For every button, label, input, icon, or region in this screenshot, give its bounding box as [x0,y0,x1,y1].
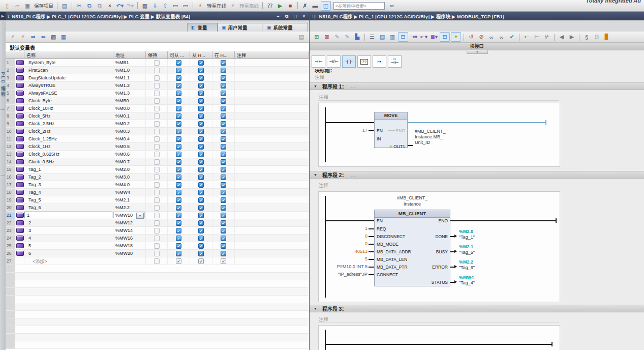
pin-in[interactable]: IN [377,136,381,141]
tag-address-cell[interactable]: %MW20 [113,250,146,257]
visible-checkbox[interactable]: ✔ [221,243,226,249]
pin-req[interactable]: REQ [377,226,386,231]
accessible-checkbox[interactable]: ✔ [176,60,181,66]
accessible-checkbox[interactable]: ✔ [176,258,181,264]
favorite-coil[interactable]: -( )- [342,55,356,68]
comment-cell[interactable] [235,189,309,196]
column-header[interactable]: 地址 [113,51,146,59]
input-operand-mb_data_len[interactable]: 5 [319,256,367,262]
comment-cell[interactable] [235,128,309,135]
tag-name-cell[interactable]: AlwaysFALSE [24,90,113,97]
tag-address-cell[interactable]: %M0.0 [113,105,146,112]
row-number-cell[interactable]: 9 [6,120,15,128]
writable-checkbox[interactable]: ✔ [198,197,204,203]
instance-db-label[interactable]: #MB_CLIENT_ Instance [374,195,450,207]
start-cpu-icon[interactable]: ▭ [171,2,180,10]
visible-checkbox[interactable]: ✔ [221,205,226,211]
tag-name-cell[interactable]: 5 [24,242,113,250]
insert-block-call-icon[interactable]: ▙ [353,33,362,41]
tag-name-cell[interactable]: System_Byte [24,59,113,67]
comment-cell[interactable] [235,166,309,173]
tag-name-cell[interactable]: Clock_5Hz [24,112,113,120]
visible-checkbox[interactable]: ✔ [221,136,226,142]
save-project-icon[interactable]: ▣ [23,2,32,10]
insert-box-input-icon[interactable]: ⇥▾ [409,33,418,41]
table-row[interactable]: 15Tag_1%M2.0✔✔✔ [6,166,309,173]
tab-tags[interactable]: ◧变量 [187,23,218,32]
visible-checkbox[interactable]: ✔ [221,152,226,157]
block-comment[interactable]: 注释 [315,73,324,80]
retain-checkbox[interactable] [154,91,160,96]
comment-cell[interactable] [235,97,309,105]
accessible-checkbox[interactable]: ✔ [176,113,181,119]
favorite-empty-box[interactable]: ?? [357,55,371,68]
comment-cell[interactable] [235,59,309,67]
visible-checkbox[interactable]: ✔ [221,174,226,180]
comment-cell[interactable] [235,173,309,181]
visible-checkbox[interactable]: ✔ [221,236,226,241]
writable-checkbox[interactable]: ✔ [198,129,204,134]
tag-name-cell[interactable]: 6 [24,250,113,257]
accessible-checkbox[interactable]: ✔ [176,106,181,111]
comment-cell[interactable] [235,143,309,151]
visible-checkbox[interactable]: ✔ [221,98,226,104]
table-row[interactable]: 16Tag_2%M3.0✔✔✔ [6,173,309,181]
row-number-cell[interactable]: 10 [6,128,15,135]
row-number-cell[interactable]: 4 [6,82,15,90]
go-offline-label[interactable]: 转至离线 [239,2,259,9]
expand-project-tree-arrow[interactable]: ▶ [0,12,6,20]
retain-checkbox[interactable] [154,220,160,226]
table-row[interactable]: 14Clock_0.5Hz%M0.7✔✔✔ [6,158,309,166]
comment-cell[interactable] [235,250,309,257]
visible-checkbox[interactable]: ✔ [221,167,226,172]
input-operand-req[interactable]: 1 [319,226,367,231]
stop-cpu-icon[interactable]: ▭ [181,2,190,10]
retain-checkbox[interactable] [154,182,160,188]
row-number-cell[interactable]: 23 [6,227,15,235]
retain-checkbox[interactable] [154,159,160,165]
table-row[interactable]: 266%MW20✔✔✔ [6,250,309,257]
tag-name-edit-input[interactable]: 1 [24,212,112,218]
table-row[interactable]: 3DiagStatusUpdate%M1.1✔✔✔ [6,74,309,82]
comment-cell[interactable] [235,242,309,250]
row-number-cell[interactable]: 24 [6,235,15,242]
network-3-header[interactable]: ▼ 程序段 3： ... [310,305,644,312]
statement-view-icon[interactable]: ⊟ [440,32,450,42]
address-dropdown-button[interactable]: ▼ [136,213,144,219]
tag-address-cell[interactable]: %M0.2 [113,120,146,128]
table-row[interactable]: 20Tag_6%M2.2✔✔✔ [6,204,309,212]
retain-checkbox[interactable] [154,68,160,73]
retain-checkbox[interactable] [154,121,160,127]
collapse-arrow-icon[interactable]: ▼ [314,84,317,88]
visible-checkbox[interactable]: ✔ [221,190,226,195]
project-search-input[interactable]: <在项目中搜索> [333,2,385,10]
monitor-off-icon[interactable]: ∞ [497,33,506,41]
remove-box-input-icon[interactable]: ⇤▾ [419,33,428,41]
previous-error-icon[interactable]: ◀ [557,33,566,41]
column-header[interactable]: 从 H... [190,51,212,59]
tag-name-cell[interactable]: Tag_2 [24,173,113,181]
pin-eno[interactable]: ENO [396,128,405,133]
go-online-icon[interactable]: ⚡ [196,2,205,10]
tab-user-constants[interactable]: ▣用户常量 [218,23,262,32]
redo-icon[interactable]: ↷▾ [126,2,135,10]
collapse-all-networks-icon[interactable]: ▥ [388,33,397,41]
pin-done[interactable]: DONE [435,234,448,239]
tag-name-cell[interactable]: Clock_1.25Hz [24,135,113,143]
output-address-done[interactable]: %M2.0 [459,229,473,235]
retain-checkbox[interactable] [154,106,160,111]
input-operand-mb_data_ptr[interactable]: P#M10.0 INT 5 [319,264,367,270]
row-number-cell[interactable]: 18 [6,189,15,196]
mb-client-block[interactable]: MB_CLIENT ENENOREQDISCONNECTMB_MODEMB_DA… [374,210,450,286]
tag-address-cell[interactable]: %M1.0 [113,67,146,74]
accessible-checkbox[interactable]: ✔ [176,121,181,127]
output-address-status[interactable]: %MW4 [459,275,474,280]
delete-network-icon[interactable]: ⊠ [322,33,331,41]
table-row[interactable]: 2FirstScan%M1.0✔✔✔ [6,67,309,74]
favorites-toggle-icon[interactable]: ✦ [451,32,461,42]
comment-cell[interactable] [235,105,309,112]
visible-checkbox[interactable]: ✔ [221,197,226,203]
comment-cell[interactable] [235,235,309,242]
discard-changes-icon[interactable]: ↺ [467,33,476,41]
tag-address-cell[interactable]: %M1.2 [113,82,146,90]
